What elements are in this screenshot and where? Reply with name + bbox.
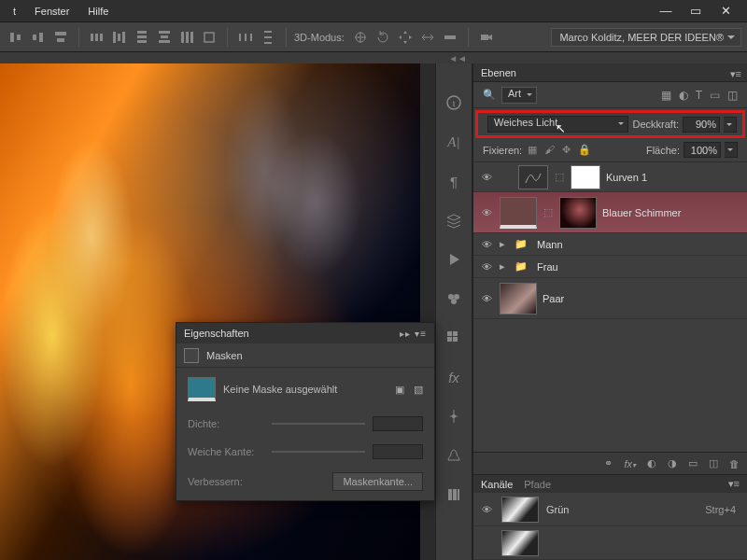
3d-rotate-icon[interactable] bbox=[373, 27, 393, 48]
align-icon-2[interactable] bbox=[28, 27, 49, 48]
lock-all-icon[interactable]: 🔒 bbox=[578, 144, 591, 156]
brushpresets-panel-icon[interactable] bbox=[443, 444, 465, 467]
styles-panel-icon[interactable]: fx bbox=[443, 366, 465, 388]
layer-name[interactable]: Kurven 1 bbox=[606, 172, 647, 183]
link-mask-icon[interactable]: ⬚ bbox=[554, 171, 565, 183]
filter-type-icon[interactable]: T bbox=[696, 89, 702, 102]
disclosure-icon[interactable]: ▸ bbox=[500, 238, 509, 250]
panel-menu-icon[interactable]: ▾≡ bbox=[730, 68, 741, 80]
fx-icon[interactable]: fx▾ bbox=[624, 458, 636, 469]
mask-preview[interactable] bbox=[188, 377, 216, 401]
mask-mode-icon[interactable] bbox=[184, 348, 199, 363]
dist-icon-1[interactable] bbox=[87, 27, 107, 48]
filter-adjust-icon[interactable]: ◐ bbox=[679, 89, 688, 102]
blend-mode-dropdown[interactable]: Weiches Licht ↖ bbox=[487, 116, 628, 133]
3d-move-icon[interactable] bbox=[395, 27, 416, 48]
group-icon[interactable]: ▭ bbox=[688, 457, 698, 469]
color-panel-icon[interactable] bbox=[443, 287, 465, 310]
feather-slider[interactable] bbox=[272, 451, 365, 453]
visibility-toggle[interactable] bbox=[479, 536, 494, 551]
filter-search-icon[interactable]: 🔍 bbox=[483, 89, 496, 101]
mask-edge-button[interactable]: Maskenkante... bbox=[332, 472, 423, 491]
layers-tab[interactable]: Ebenen ▾≡ bbox=[473, 63, 747, 82]
brush-panel-icon[interactable] bbox=[443, 405, 465, 427]
panel-menu-icon[interactable]: ▾≡ bbox=[728, 478, 740, 490]
channel-row[interactable]: 👁 Grün Strg+4 bbox=[473, 493, 747, 526]
filter-pixel-icon[interactable]: ▦ bbox=[661, 89, 671, 102]
menu-item-hilfe[interactable]: Hilfe bbox=[80, 2, 116, 21]
align-icon-1[interactable] bbox=[6, 27, 26, 48]
visibility-toggle[interactable]: 👁 bbox=[479, 291, 494, 306]
minimize-button[interactable]: — bbox=[655, 4, 676, 19]
vector-mask-icon[interactable]: ▧ bbox=[414, 384, 423, 396]
collapse-arrow-icon[interactable]: ◄◄ bbox=[448, 53, 467, 63]
layer-row[interactable]: 👁 ⬚ Kurven 1 bbox=[473, 162, 747, 192]
play-panel-icon[interactable] bbox=[443, 248, 465, 271]
layer-thumb[interactable] bbox=[500, 283, 537, 315]
channel-row[interactable] bbox=[473, 526, 747, 560]
layer-row[interactable]: 👁 Paar bbox=[473, 278, 747, 319]
paths-tab[interactable]: Pfade bbox=[524, 479, 551, 490]
dist-space-h-icon[interactable] bbox=[235, 27, 256, 48]
align-icon-3[interactable] bbox=[50, 27, 71, 48]
mask-thumb[interactable] bbox=[559, 197, 597, 229]
toolpresets-panel-icon[interactable] bbox=[443, 483, 465, 506]
dist-icon-3[interactable] bbox=[132, 27, 152, 48]
swatches-panel-icon[interactable] bbox=[443, 327, 465, 349]
adjustment-thumb[interactable] bbox=[518, 165, 548, 189]
visibility-toggle[interactable]: 👁 bbox=[479, 502, 494, 517]
properties-tab[interactable]: Eigenschaften bbox=[184, 328, 249, 339]
dist-space-v-icon[interactable] bbox=[258, 27, 278, 48]
lock-position-icon[interactable]: ✥ bbox=[562, 144, 571, 156]
panel-collapse-icon[interactable]: ▸▸ ▾≡ bbox=[400, 329, 427, 339]
mask-icon[interactable]: ◐ bbox=[647, 457, 656, 469]
3d-slide-icon[interactable] bbox=[417, 27, 438, 48]
disclosure-icon[interactable]: ▸ bbox=[500, 260, 509, 273]
opacity-value[interactable]: 90% bbox=[683, 117, 720, 133]
layer-row-selected[interactable]: 👁 ⬚ Blauer Schimmer bbox=[473, 192, 747, 233]
visibility-toggle[interactable]: 👁 bbox=[479, 205, 494, 220]
new-layer-icon[interactable]: ◫ bbox=[709, 457, 718, 469]
maximize-button[interactable]: ▭ bbox=[685, 4, 706, 19]
dist-icon-2[interactable] bbox=[109, 27, 130, 48]
tool-preset-dropdown[interactable]: Marco Kolditz, MEER DER IDEEN® bbox=[551, 28, 741, 47]
filter-smart-icon[interactable]: ◫ bbox=[727, 89, 738, 102]
trash-icon[interactable]: 🗑 bbox=[729, 458, 740, 469]
layer-row[interactable]: 👁 ▸ 📁 Frau bbox=[473, 256, 747, 278]
mask-thumb[interactable] bbox=[571, 165, 600, 189]
3d-camera-icon[interactable] bbox=[476, 27, 497, 48]
layer-name[interactable]: Blauer Schimmer bbox=[602, 207, 681, 218]
lock-transparent-icon[interactable]: ▦ bbox=[528, 144, 537, 156]
opacity-stepper[interactable] bbox=[724, 117, 737, 133]
density-value[interactable] bbox=[373, 416, 423, 431]
fill-value[interactable]: 100% bbox=[684, 142, 721, 158]
density-slider[interactable] bbox=[272, 423, 365, 425]
channel-thumb[interactable] bbox=[501, 530, 539, 556]
lock-paint-icon[interactable]: 🖌 bbox=[544, 144, 555, 156]
layer-name[interactable]: Frau bbox=[537, 261, 558, 273]
channels-tab[interactable]: Kanäle bbox=[481, 479, 513, 490]
dist-icon-5[interactable] bbox=[176, 27, 197, 48]
character-panel-icon[interactable]: A| bbox=[443, 131, 465, 153]
link-layers-icon[interactable]: ⚭ bbox=[604, 457, 613, 469]
filter-type-dropdown[interactable]: Art bbox=[501, 87, 537, 104]
masks-subtab[interactable]: Masken bbox=[206, 350, 243, 361]
layers-panel-icon[interactable] bbox=[443, 209, 465, 231]
fill-stepper[interactable] bbox=[725, 142, 738, 158]
layer-name[interactable]: Paar bbox=[543, 293, 564, 304]
close-button[interactable]: ✕ bbox=[715, 4, 736, 19]
pixel-mask-icon[interactable]: ▣ bbox=[395, 384, 404, 396]
visibility-toggle[interactable]: 👁 bbox=[479, 170, 494, 185]
paragraph-panel-icon[interactable]: ¶ bbox=[443, 170, 465, 192]
menu-item-partial[interactable]: t bbox=[6, 2, 23, 21]
menu-item-fenster[interactable]: Fenster bbox=[27, 2, 77, 21]
layer-name[interactable]: Mann bbox=[537, 239, 563, 250]
feather-value[interactable] bbox=[373, 444, 423, 459]
channel-name[interactable]: Grün bbox=[546, 504, 569, 515]
info-panel-icon[interactable] bbox=[443, 91, 465, 114]
3d-orbit-icon[interactable] bbox=[350, 27, 371, 48]
fill-thumb[interactable] bbox=[500, 197, 537, 229]
channel-thumb[interactable] bbox=[501, 497, 539, 523]
link-mask-icon[interactable]: ⬚ bbox=[543, 206, 554, 218]
visibility-toggle[interactable]: 👁 bbox=[479, 237, 494, 252]
